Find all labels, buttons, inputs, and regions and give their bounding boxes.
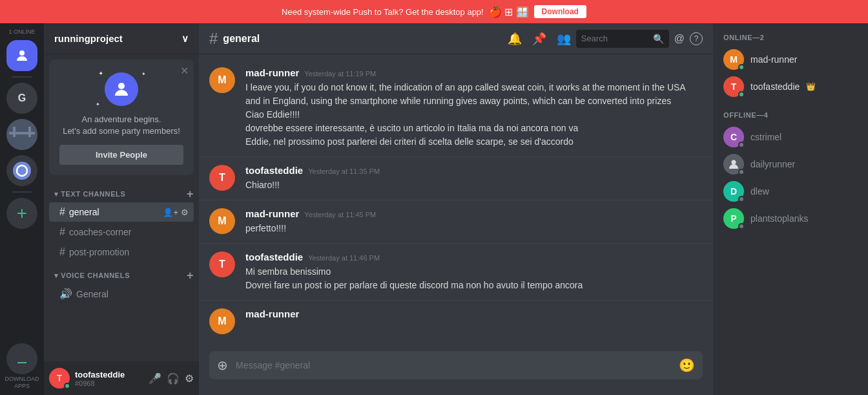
message-header-2: toofasteddie Yesterday at 11:35 PM [245,165,703,176]
chat-messages: M mad-runner Yesterday at 11:19 PM I lea… [199,54,713,351]
message-time-3: Yesterday at 11:45 PM [304,211,376,219]
member-name-mad: mad-runner [750,54,797,65]
hash-icon: # [59,206,65,218]
message-input[interactable] [236,354,671,377]
server-divider [12,76,32,78]
member-item-plantstoplanks[interactable]: P plantstoplanks [718,206,863,231]
server-icon-bridge[interactable] [6,119,37,150]
message-group: M mad-runner Yesterday at 11:19 PM I lea… [199,65,713,151]
top-banner: Need system-wide Push to Talk? Get the d… [0,0,868,23]
at-icon[interactable]: @ [674,33,685,45]
member-item-toofasteddie[interactable]: T toofasteddie 👑 [718,74,863,100]
pin-icon[interactable]: 📌 [532,32,546,46]
add-member-icon[interactable]: 👤+ [163,208,178,217]
deafen-icon[interactable]: 🎧 [167,372,180,385]
message-divider [199,156,713,157]
channel-title: general [223,33,260,45]
channel-item-voice-general[interactable]: 🔊 General [49,284,194,304]
message-author-5[interactable]: mad-runner [245,308,299,319]
member-item-dailyrunner[interactable]: dailyrunner [718,151,863,177]
member-name-dle: dlew [750,186,769,197]
bell-icon[interactable]: 🔔 [508,32,522,46]
emoji-button[interactable]: 🙂 [679,358,695,373]
member-item-cstrimel[interactable]: C cstrimel [718,124,863,150]
avatar-mad: M [723,49,744,70]
message-time-4: Yesterday at 11:46 PM [308,254,380,262]
server-header[interactable]: runningproject ∨ [44,23,199,54]
add-text-channel-button[interactable]: + [187,188,194,200]
search-bar[interactable]: 🔍 [576,30,669,48]
message-content-5: mad-runner [245,308,703,334]
download-button[interactable]: Download [534,5,586,18]
message-author[interactable]: mad-runner [245,67,299,78]
invite-avatar-area: ✦ ✦ ✦ [59,70,183,109]
banner-icons: 🍎 ⊞ 🪟 [489,6,529,18]
channel-item-coaches[interactable]: # coaches-corner [49,222,194,242]
member-item-mad-runner[interactable]: M mad-runner [718,47,863,72]
server-icon-circle[interactable] [6,155,37,186]
channel-item-general[interactable]: # general 👤+ ⚙ [49,202,194,222]
online-status-dot [64,383,70,389]
voice-channels-header[interactable]: ▾ VOICE CHANNELS + [44,267,199,284]
svg-point-11 [732,160,736,165]
mute-icon[interactable]: 🎤 [149,372,161,385]
avatar-toofasteddie: T [209,165,235,191]
message-time-2: Yesterday at 11:35 PM [308,167,380,175]
user-avatar: T [49,368,70,389]
server-icon-add[interactable]: + [6,198,37,229]
server-sidebar: 1 ONLINE G + DOWNLOADAPPS [0,23,44,395]
message-group-5: M mad-runner [199,306,713,337]
search-input[interactable] [581,34,648,43]
download-apps[interactable]: DOWNLOADAPPS [5,343,39,395]
settings-icon[interactable]: ⚙ [185,372,194,385]
offline-dot-4 [738,223,745,230]
avatar-pla: P [723,208,744,229]
settings-icon[interactable]: ⚙ [181,208,189,217]
message-content-4: toofasteddie Yesterday at 11:46 PM Mi se… [245,251,703,292]
server-icon-user[interactable] [6,40,37,71]
add-attachment-button[interactable]: ⊕ [217,358,228,373]
app-layout: 1 ONLINE G + DOWNLOADAPPS run [0,23,868,395]
message-divider-2 [199,200,713,200]
voice-channels-label: ▾ VOICE CHANNELS [54,272,130,280]
member-item-dlew[interactable]: D dlew [718,178,863,204]
close-button[interactable]: ✕ [180,65,189,77]
message-group-2: T toofasteddie Yesterday at 11:35 PM Chi… [199,162,713,195]
message-header-3: mad-runner Yesterday at 11:45 PM [245,208,703,219]
channel-actions: 👤+ ⚙ [163,208,189,217]
help-icon[interactable]: ? [690,32,703,45]
message-author-3[interactable]: mad-runner [245,208,299,219]
channel-name-promo: post-promotion [69,247,129,257]
avatar-mad-runner: M [209,67,235,93]
invite-people-button[interactable]: Invite People [59,145,183,165]
add-voice-channel-button[interactable]: + [187,270,194,281]
member-name-too: toofasteddie [750,81,800,92]
user-tag: #0968 [75,379,143,387]
online-section-title: ONLINE—2 [718,34,863,41]
offline-dot-2 [738,169,745,175]
channel-item-promo[interactable]: # post-promotion [49,242,194,262]
hash-icon-2: # [59,226,65,238]
server-divider-2 [12,191,32,193]
star-icon-3: ✦ [96,101,100,107]
chat-header: # general 🔔 📌 👥 🔍 @ ? [199,23,713,54]
message-header: mad-runner Yesterday at 11:19 PM [245,67,703,78]
avatar-too: T [723,76,744,97]
invite-subtitle: Let's add some party members! [59,125,183,137]
message-text: I leave you, if you do not know it, the … [245,81,703,149]
members-icon[interactable]: 👥 [557,32,571,46]
header-icons: 🔔 📌 👥 [508,32,571,46]
banner-text: Need system-wide Push to Talk? Get the d… [282,7,484,17]
svg-text:G: G [18,92,26,103]
message-header-5: mad-runner [245,308,703,319]
member-name-dai: dailyrunner [750,159,795,169]
crown-icon: 👑 [806,82,816,91]
message-content-2: toofasteddie Yesterday at 11:35 PM Chiar… [245,165,703,192]
server-icon-g[interactable]: G [6,83,37,114]
text-channels-header[interactable]: ▾ TEXT CHANNELS + [44,186,199,202]
message-author-2[interactable]: toofasteddie [245,165,303,176]
message-divider-4 [199,300,713,301]
message-author-4[interactable]: toofasteddie [245,251,303,262]
message-group-3: M mad-runner Yesterday at 11:45 PM perfe… [199,206,713,238]
invite-text: An adventure begins. Let's add some part… [59,114,183,137]
